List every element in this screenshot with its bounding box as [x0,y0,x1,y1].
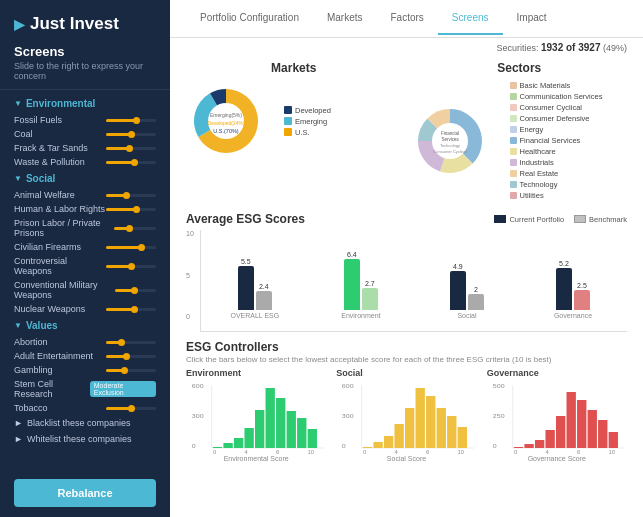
bar-env-portfolio[interactable]: 6.4 [344,251,360,310]
tab-portfolio-configuration[interactable]: Portfolio Configuration [186,2,313,35]
controllers-subtitle: Click the bars below to select the lowes… [186,355,627,364]
svg-rect-16 [234,438,243,448]
sidebar-item-nuclear[interactable]: Nuclear Weapons [0,302,170,316]
env-controller-chart[interactable]: Environment 600 300 0 [186,368,326,462]
sidebar-item-civilian-firearms[interactable]: Civilian Firearms [0,240,170,254]
bar-gov-portfolio[interactable]: 5.2 [556,260,572,310]
category-social-header[interactable]: ▼ Social [14,173,156,184]
tab-factors[interactable]: Factors [377,2,438,35]
controllers-title: ESG Controllers [186,340,627,354]
bar-overall-portfolio[interactable]: 5.5 [238,258,254,310]
slider-track[interactable] [114,227,156,230]
sidebar-item-animal-welfare[interactable]: Animal Welfare [0,188,170,202]
tab-screens[interactable]: Screens [438,2,503,35]
sectors-chart-title: Sectors [412,61,628,75]
item-label: Prison Labor / Private Prisons [14,218,114,238]
sidebar-item-abortion[interactable]: Abortion [0,335,170,349]
sidebar-item-tobacco[interactable]: Tobacco [0,401,170,415]
legend-item-financial: Financial Services [510,136,603,145]
svg-text:10: 10 [308,449,315,455]
status-badge: Moderate Exclusion [90,381,156,397]
securities-bar: Securities: 1932 of 3927 (49%) [170,38,643,57]
social-controller-chart[interactable]: Social 600 300 0 0 [336,368,476,462]
app-title: Just Invest [30,14,119,34]
bar-env-benchmark: 2.7 [362,280,378,310]
category-values-header[interactable]: ▼ Values [14,320,156,331]
sidebar-item-waste[interactable]: Waste & Pollution [0,155,170,169]
blacklist-button[interactable]: ► Blacklist these companies [0,415,170,431]
esg-scores-section: Average ESG Scores Current Portfolio Ben… [170,208,643,336]
tab-markets[interactable]: Markets [313,2,377,35]
category-environmental-header[interactable]: ▼ Environmental [14,98,156,109]
sidebar-item-fossil-fuels[interactable]: Fossil Fuels [0,113,170,127]
chevron-right-icon: ► [14,434,23,444]
svg-rect-18 [255,410,264,448]
svg-rect-53 [524,444,533,448]
social-ctrl-svg[interactable]: 600 300 0 0 4 6 [336,380,476,455]
svg-rect-57 [566,392,575,448]
sidebar-item-human-labor[interactable]: Human & Labor Rights [0,202,170,216]
gov-ctrl-title: Governance [487,368,627,378]
svg-rect-17 [244,428,253,448]
top-nav: Portfolio Configuration Markets Factors … [170,0,643,38]
item-label: Controversial Weapons [14,256,106,276]
slider-track[interactable] [106,265,156,268]
esg-controllers-section: ESG Controllers Click the bars below to … [170,336,643,466]
legend-item-technology: Technology [510,180,603,189]
slider-track[interactable] [106,246,156,249]
item-label: Waste & Pollution [14,157,85,167]
slider-track[interactable] [106,119,156,122]
sidebar-item-frack[interactable]: Frack & Tar Sands [0,141,170,155]
slider-track[interactable] [106,208,156,211]
category-social: ▼ Social [0,169,170,188]
sidebar-item-conventional-military[interactable]: Conventional Military Weapons [0,278,170,302]
svg-rect-19 [266,388,275,448]
sectors-donut-container: Financial Services Technology Consumer C… [412,81,628,200]
slider-track[interactable] [106,133,156,136]
category-values-label: Values [26,320,58,331]
svg-text:300: 300 [192,412,204,418]
slider-track[interactable] [106,407,156,410]
sidebar-item-stem-cell[interactable]: Stem Cell Research Moderate Exclusion [0,377,170,401]
sidebar-item-adult-entertainment[interactable]: Adult Entertainment [0,349,170,363]
bar-social-portfolio[interactable]: 4.9 [450,263,466,310]
sidebar-item-prison-labor[interactable]: Prison Labor / Private Prisons [0,216,170,240]
env-ctrl-svg[interactable]: 600 300 0 0 4 [186,380,326,455]
logo-row: ▸ Just Invest [14,12,156,36]
gov-ctrl-svg[interactable]: 500 250 0 0 4 6 [487,380,627,455]
slider-track[interactable] [106,161,156,164]
slider-track[interactable] [106,308,156,311]
svg-text:U.S.(70%): U.S.(70%) [213,128,239,134]
gov-controller-chart[interactable]: Governance 500 250 0 [487,368,627,462]
category-environmental-label: Environmental [26,98,95,109]
rebalance-button[interactable]: Rebalance [14,479,156,507]
svg-rect-52 [514,447,523,448]
slider-track[interactable] [106,194,156,197]
legend-current-portfolio: Current Portfolio [494,215,564,224]
svg-rect-23 [308,429,317,448]
item-label: Civilian Firearms [14,242,81,252]
svg-text:10: 10 [458,449,465,455]
esg-legend: Current Portfolio Benchmark [494,215,627,224]
bar-gov-benchmark: 2.5 [574,282,590,310]
legend-item-developed: Developed [284,106,331,115]
env-x-label: Environmental Score [186,455,326,462]
slider-track[interactable] [106,355,156,358]
sidebar-item-gambling[interactable]: Gambling [0,363,170,377]
whitelist-button[interactable]: ► Whitelist these companies [0,431,170,447]
slider-track[interactable] [115,289,156,292]
slider-track[interactable] [106,341,156,344]
legend-item-consumer-cyclical: Consumer Cyclical [510,103,603,112]
slider-track[interactable] [106,147,156,150]
sidebar-item-coal[interactable]: Coal [0,127,170,141]
legend-item-energy: Energy [510,125,603,134]
item-label: Coal [14,129,33,139]
slider-track[interactable] [106,369,156,372]
tab-impact[interactable]: Impact [503,2,561,35]
blacklist-label: Blacklist these companies [27,418,131,428]
bar-social-benchmark: 2 [468,286,484,310]
item-label: Human & Labor Rights [14,204,105,214]
svg-text:Technology: Technology [439,143,459,148]
sidebar-item-controversial-weapons[interactable]: Controversial Weapons [0,254,170,278]
svg-rect-20 [276,398,285,448]
